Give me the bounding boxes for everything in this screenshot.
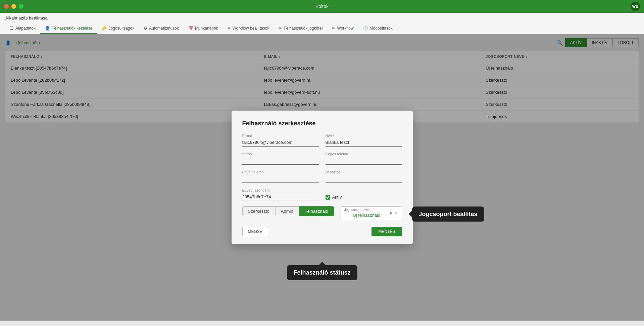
minimize-button[interactable] — [11, 4, 16, 9]
form-group-egyedi: Egyedi azonosító — [242, 188, 319, 201]
nav-tab-label-automatizmusok: Automatizmusok — [149, 26, 179, 31]
dropdown-value: Új felhasználó — [353, 213, 380, 218]
form-row-3: Privát telefon Beosztás — [242, 170, 402, 183]
form-row-4: Egyedi azonosító Aktív — [242, 188, 402, 201]
nav-tab-icon-automatizmusok: ⚙ — [144, 26, 147, 31]
dropdown-container: Jogcsoport neve Új felhasználó ▼ ✕ Jogcs… — [341, 206, 402, 221]
titlebar: Boltok WB — [0, 0, 644, 13]
form-group-privat-telefon: Privát telefon — [242, 170, 319, 183]
nav-tab-icon-felhasznalok-jogkorei: ✏ — [279, 26, 282, 31]
nav-tab-icon-alapadatok: ☰ — [10, 26, 14, 31]
nav-tabs: ☰Alapadatok👤Felhasználók kezelése🔑Jogosu… — [5, 23, 639, 34]
role-tabs: SzerkesztőAdminFelhasználó — [242, 206, 334, 216]
email-input[interactable] — [242, 138, 319, 147]
jogcsoport-dropdown[interactable]: Jogcsoport neve Új felhasználó ▼ ✕ — [341, 206, 402, 220]
privat-telefon-label: Privát telefon — [242, 170, 319, 174]
form-group-nev: Név * — [326, 134, 402, 147]
nav-tab-icon-jogosultsagok: 🔑 — [102, 26, 107, 31]
beosztas-label: Beosztás — [326, 170, 402, 174]
role-tabs-container: SzerkesztőAdminFelhasználó — [242, 206, 334, 221]
nav-tab-label-jogosultsagok: Jogosultságok — [108, 26, 134, 31]
dropdown-clear-button[interactable]: ✕ — [394, 211, 398, 216]
nav-tab-felhasznalok[interactable]: 👤Felhasználók kezelése — [40, 23, 97, 34]
dropdown-controls: ▼ ✕ — [389, 211, 398, 216]
modal: Felhasználó szerkesztése E-mail Név * Vá… — [232, 111, 413, 244]
window-title: Boltok — [315, 4, 329, 9]
aktiv-checkbox-row: Aktív — [326, 195, 402, 200]
nev-input[interactable] — [326, 138, 402, 147]
role-tab-0[interactable]: Szerkesztő — [242, 206, 275, 216]
role-tab-2[interactable]: Felhasználó — [299, 206, 334, 216]
ceges-telefon-input[interactable] — [326, 157, 402, 165]
nav-tab-munkanapok[interactable]: 📅Munkanapok — [184, 23, 223, 34]
modal-footer: MEGSE MENTÉS — [242, 227, 402, 236]
nav-tab-label-workflow: Workflow — [337, 26, 353, 31]
status-tooltip-text: Felhasználó státusz — [293, 269, 350, 276]
form-group-aktiv: Aktív — [326, 188, 402, 201]
beosztas-input[interactable] — [326, 175, 402, 183]
form-group-beosztas: Beosztás — [326, 170, 402, 183]
jogcsoport-tooltip: Jogcsoport beállítás — [412, 206, 484, 221]
form-row-2: Város Céges telefon — [242, 152, 402, 165]
cancel-button[interactable]: MEGSE — [242, 227, 268, 236]
save-button[interactable]: MENTÉS — [371, 227, 402, 236]
egyedi-input[interactable] — [242, 193, 319, 201]
privat-telefon-input[interactable] — [242, 175, 319, 183]
egyedi-label: Egyedi azonosító — [242, 188, 319, 192]
nav-tab-workflow[interactable]: ✏Workflow — [327, 23, 358, 34]
nav-tab-jogosultsagok[interactable]: 🔑Jogosultságok — [97, 23, 139, 34]
nav-tab-alapadatok[interactable]: ☰Alapadatok — [5, 23, 40, 34]
content-area: 👤 Új felhasználó 🔍 AKTÍVINAKTÍVTÖRÖLT FE… — [0, 34, 644, 321]
ceges-telefon-label: Céges telefon — [326, 152, 402, 156]
nev-label: Név * — [326, 134, 402, 138]
nav-tab-icon-modositasok: 🕐 — [363, 26, 368, 31]
nav-tab-icon-felhasznalok: 👤 — [45, 26, 50, 31]
nav-tab-felhasznalok-jogkorei[interactable]: ✏Felhasználók jogkörei — [274, 23, 327, 34]
form-group-ceges-telefon: Céges telefon — [326, 152, 402, 165]
loading-bar — [0, 0, 386, 1]
maximize-button[interactable] — [19, 4, 23, 9]
nav-tab-icon-workflow: ✏ — [332, 26, 335, 31]
modal-title: Felhasználó szerkesztése — [242, 120, 402, 127]
nav-tab-label-modositasok: Módosítások — [370, 26, 393, 31]
status-tooltip: Felhasználó státusz — [287, 265, 357, 280]
nav-tab-label-munkanapok: Munkanapok — [195, 26, 218, 31]
aktiv-label: Aktív — [332, 195, 342, 200]
nav-tab-workflow-beallitasok[interactable]: ✏Workflow beállítások — [223, 23, 274, 34]
nav-tab-icon-munkanapok: 📅 — [188, 26, 193, 31]
aktiv-checkbox[interactable] — [326, 195, 330, 200]
dropdown-label-text: Jogcsoport neve — [344, 208, 369, 212]
email-label: E-mail — [242, 134, 319, 138]
app-title: Alkalmazás beállításai — [5, 15, 639, 21]
close-button[interactable] — [4, 4, 9, 9]
form-group-email: E-mail — [242, 134, 319, 147]
nav-tab-label-workflow-beallitasok: Workflow beállítások — [233, 26, 269, 31]
app-header: Alkalmazás beállításai ☰Alapadatok👤Felha… — [0, 13, 644, 34]
nav-tab-automatizmusok[interactable]: ⚙Automatizmusok — [139, 23, 184, 34]
role-tab-1[interactable]: Admin — [275, 206, 299, 216]
modal-overlay: Felhasználó szerkesztése E-mail Név * Vá… — [0, 34, 644, 321]
form-row-1: E-mail Név * — [242, 134, 402, 147]
avatar: WB — [631, 2, 640, 11]
form-group-varos: Város — [242, 152, 319, 165]
chevron-down-icon: ▼ — [389, 211, 393, 216]
nav-tab-label-felhasznalok-jogkorei: Felhasználók jogkörei — [284, 26, 323, 31]
nav-tab-modositasok[interactable]: 🕐Módosítások — [358, 23, 397, 34]
nav-tab-label-felhasznalok: Felhasználók kezelése — [52, 26, 92, 31]
varos-label: Város — [242, 152, 319, 156]
varos-input[interactable] — [242, 157, 319, 165]
jogcsoport-tooltip-text: Jogcsoport beállítás — [419, 210, 478, 217]
nav-tab-label-alapadatok: Alapadatok — [15, 26, 36, 31]
nav-tab-icon-workflow-beallitasok: ✏ — [228, 26, 231, 31]
titlebar-controls — [4, 4, 23, 9]
